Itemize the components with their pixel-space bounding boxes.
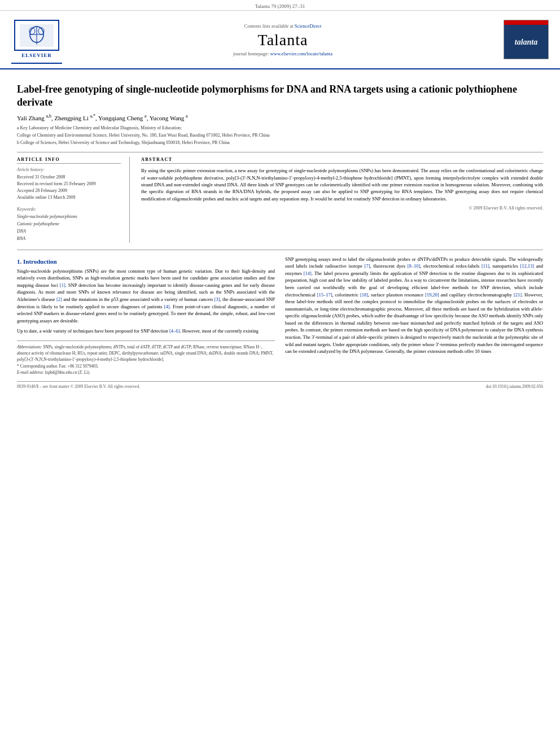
intro-para1: Single-nucleotide polymorphisms (SNPs) a… [17, 268, 275, 325]
journal-topbar: Talanta 79 (2009) 27–31 [0, 0, 560, 11]
keywords-label: Keywords: [17, 207, 121, 212]
keyword-4: RNA [17, 235, 121, 243]
affiliations-block: a Key Laboratory of Medicine Chemistry a… [17, 125, 543, 146]
abstract-text: By using the specific primer extension r… [141, 167, 543, 202]
body-divider [17, 250, 543, 250]
abstract-col: ABSTRACT By using the specific primer ex… [141, 157, 543, 242]
journal-homepage: journal homepage: www.elsevier.com/locat… [62, 51, 504, 56]
keyword-2: Cationic polythiophene [17, 221, 121, 228]
accepted-date: Accepted 28 February 2009 [17, 187, 121, 194]
journal-title: Talanta [62, 31, 504, 49]
journal-citation: Talanta 79 (2009) 27–31 [255, 3, 305, 9]
journal-center-block: Contents lists available at ScienceDirec… [62, 23, 504, 56]
body-right-col: SNP genotyping assays need to label the … [285, 256, 543, 375]
talanta-logo-right: talanta [504, 20, 549, 59]
elsevier-logo-image [14, 20, 59, 51]
article-info-label: ARTICLE INFO [17, 157, 121, 164]
right-col-para1: SNP genotyping assays need to label the … [285, 256, 543, 355]
bottom-bar: 0039-9140/$ – see front matter © 2009 El… [17, 381, 543, 389]
body-left-col: 1. Introduction Single-nucleotide polymo… [17, 256, 275, 375]
contents-line: Contents lists available at ScienceDirec… [62, 23, 504, 29]
intro-heading: 1. Introduction [17, 258, 275, 265]
received-date: Received 31 October 2008 [17, 174, 121, 181]
footnote-abbreviations: Abbreviations: SNPs, single-nucleotide p… [17, 344, 275, 363]
keyword-3: DNA [17, 228, 121, 235]
homepage-link[interactable]: www.elsevier.com/locate/talanta [270, 51, 333, 56]
elsevier-label: ELSEVIER [21, 53, 52, 58]
history-label: Article history: [17, 167, 121, 172]
doi-line: doi:10.1016/j.talanta.2009.02.056 [486, 384, 543, 389]
affiliation-a-1: a Key Laboratory of Medicine Chemistry a… [17, 125, 543, 132]
intro-para2: Up to date, a wide variety of techniques… [17, 327, 275, 335]
abstract-label: ABSTRACT [141, 157, 543, 164]
sciencedirect-link[interactable]: ScienceDirect [295, 23, 322, 29]
footnote-area: Abbreviations: SNPs, single-nucleotide p… [17, 340, 275, 375]
article-info-col: ARTICLE INFO Article history: Received 3… [17, 157, 130, 242]
article-title: Label-free genotyping of single-nucleoti… [17, 83, 543, 110]
body-section: 1. Introduction Single-nucleotide polymo… [17, 256, 543, 375]
authors-line: Yali Zhang a,b, Zhengping Li a,*, Yongqi… [17, 114, 543, 122]
info-abstract-section: ARTICLE INFO Article history: Received 3… [17, 157, 543, 242]
revised-date: Received in revised form 25 February 200… [17, 181, 121, 187]
article-container: Label-free genotyping of single-nucleoti… [0, 69, 560, 400]
footnote-corresponding: * Corresponding author. Fax: +86 312 507… [17, 363, 275, 369]
copyright-line: © 2009 Elsevier B.V. All rights reserved… [141, 206, 543, 211]
affiliation-a-2: College of Chemistry and Environmental S… [17, 132, 543, 139]
online-date: Available online 13 March 2009 [17, 194, 121, 201]
elsevier-logo-block: ELSEVIER [11, 15, 62, 64]
keyword-1: Single-nucleotide polymorphisms [17, 213, 121, 221]
header-divider [17, 152, 543, 152]
footnote-email: E-mail address: lzpbd@hbu.edu.cn (Z. Li)… [17, 369, 275, 375]
issn-line: 0039-9140/$ – see front matter © 2009 El… [17, 384, 140, 389]
journal-header: ELSEVIER Contents lists available at Sci… [0, 11, 560, 69]
affiliation-b: b College of Sciences, Hebei University … [17, 139, 543, 146]
